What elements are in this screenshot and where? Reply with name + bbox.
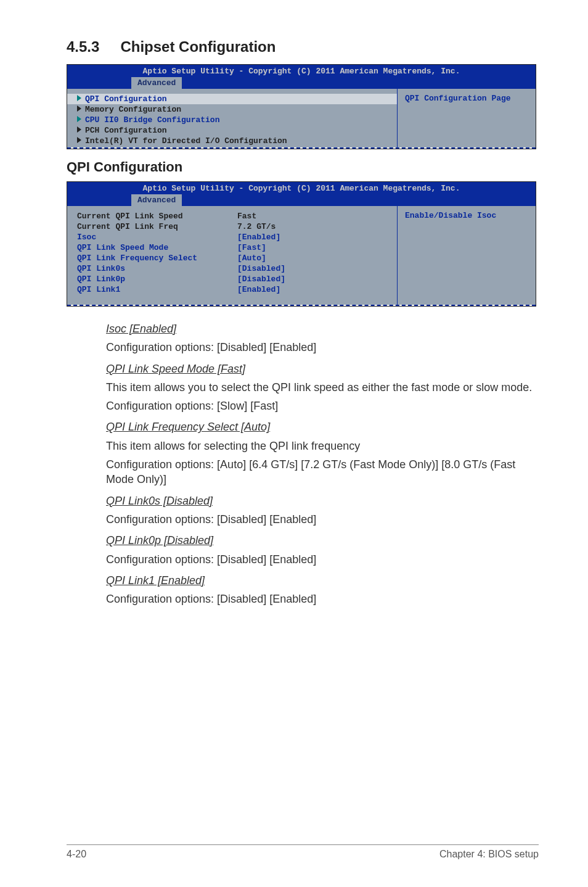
row-current-link-freq: Current QPI Link Freq7.2 GT/s (77, 221, 392, 232)
bios-main-panel: QPI Configuration Memory Configuration C… (67, 89, 398, 147)
item-isoc-heading: Isoc [Enabled] (106, 323, 176, 335)
bios-tab-advanced[interactable]: Advanced (131, 77, 182, 89)
bios-header: Aptio Setup Utility - Copyright (C) 2011… (67, 65, 536, 89)
menu-memory-configuration[interactable]: Memory Configuration (77, 104, 392, 115)
row-qpi-link0s[interactable]: QPI Link0s[Disabled] (77, 263, 392, 274)
bios-screenshot-1: Aptio Setup Utility - Copyright (C) 2011… (67, 64, 536, 149)
item-link0s-desc: Configuration options: [Disabled] [Enabl… (106, 512, 535, 527)
item-link0p-desc: Configuration options: [Disabled] [Enabl… (106, 552, 535, 567)
chevron-right-icon (77, 137, 81, 143)
bios-help-panel: Enable/Disable Isoc (398, 206, 536, 305)
item-speed-desc1: This item allows you to select the QPI l… (106, 380, 535, 395)
chevron-right-icon (77, 116, 81, 122)
item-speed-desc2: Configuration options: [Slow] [Fast] (106, 398, 535, 413)
page-number: 4-20 (67, 849, 86, 860)
bios-help-text: QPI Configuration Page (405, 94, 531, 103)
menu-qpi-configuration[interactable]: QPI Configuration (67, 94, 397, 104)
bios-help-text: Enable/Disable Isoc (405, 211, 531, 220)
row-qpi-link1[interactable]: QPI Link1[Enabled] (77, 284, 392, 295)
item-link1-heading: QPI Link1 [Enabled] (106, 574, 205, 587)
menu-cpu-iio-bridge[interactable]: CPU II0 Bridge Configuration (77, 115, 392, 125)
item-isoc-desc: Configuration options: [Disabled] [Enabl… (106, 340, 535, 355)
section-number: 4.5.3 (67, 38, 99, 56)
bios-header-text: Aptio Setup Utility - Copyright (C) 2011… (67, 184, 536, 194)
row-current-link-speed: Current QPI Link SpeedFast (77, 211, 392, 221)
menu-pch-configuration[interactable]: PCH Configuration (77, 125, 392, 136)
bios-footer-divider (67, 147, 536, 149)
bios-header-text: Aptio Setup Utility - Copyright (C) 2011… (67, 67, 536, 77)
section-title-text: Chipset Configuration (120, 38, 276, 55)
chevron-right-icon (77, 126, 81, 133)
bios-tab-advanced[interactable]: Advanced (131, 194, 182, 206)
page-footer: 4-20 Chapter 4: BIOS setup (67, 844, 539, 860)
chapter-label: Chapter 4: BIOS setup (439, 849, 539, 860)
bios-help-panel: QPI Configuration Page (398, 89, 536, 147)
bios-footer-divider (67, 305, 536, 306)
item-link0p-heading: QPI Link0p [Disabled] (106, 534, 213, 547)
bios-tab-bar: Advanced (67, 77, 536, 89)
row-qpi-link-speed-mode[interactable]: QPI Link Speed Mode[Fast] (77, 242, 392, 253)
bios-header: Aptio Setup Utility - Copyright (C) 2011… (67, 182, 536, 206)
chevron-right-icon (77, 95, 81, 101)
bios-main-panel: Current QPI Link SpeedFast Current QPI L… (67, 206, 398, 305)
row-isoc[interactable]: Isoc[Enabled] (77, 232, 392, 242)
bios-screenshot-2: Aptio Setup Utility - Copyright (C) 2011… (67, 181, 536, 307)
description-block: Isoc [Enabled] Configuration options: [D… (67, 321, 535, 606)
section-heading: 4.5.3Chipset Configuration (67, 38, 539, 56)
subsection-heading: QPI Configuration (67, 159, 539, 175)
row-qpi-link-frequency-select[interactable]: QPI Link Frequency Select[Auto] (77, 253, 392, 263)
item-speed-heading: QPI Link Speed Mode [Fast] (106, 363, 245, 375)
item-link1-desc: Configuration options: [Disabled] [Enabl… (106, 592, 535, 606)
item-freq-desc2: Configuration options: [Auto] [6.4 GT/s]… (106, 457, 535, 487)
bios-tab-bar: Advanced (67, 194, 536, 206)
item-link0s-heading: QPI Link0s [Disabled] (106, 495, 213, 507)
item-freq-heading: QPI Link Frequency Select [Auto] (106, 421, 270, 433)
row-qpi-link0p[interactable]: QPI Link0p[Disabled] (77, 274, 392, 284)
menu-intel-vt-d[interactable]: Intel(R) VT for Directed I/O Configurati… (77, 136, 392, 146)
item-freq-desc1: This item allows for selecting the QPI l… (106, 439, 535, 453)
chevron-right-icon (77, 105, 81, 112)
